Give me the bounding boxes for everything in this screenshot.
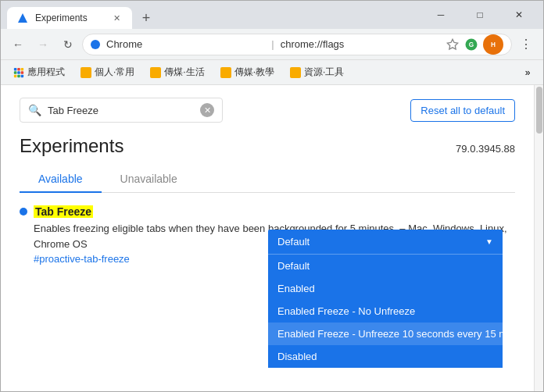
svg-text:H: H [491, 41, 496, 48]
search-input-wrap[interactable]: 🔍 Tab Freeze ✕ [20, 98, 223, 123]
svg-rect-13 [17, 74, 20, 77]
flag-dot [20, 208, 27, 216]
svg-rect-7 [17, 67, 20, 70]
search-bar: 🔍 Tab Freeze ✕ Reset all to default [20, 98, 515, 123]
tab-title: Experiments [35, 12, 104, 23]
svg-rect-12 [14, 74, 17, 77]
dropdown-option-no-unfreeze[interactable]: Enabled Freeze - No Unfreeze [268, 300, 503, 323]
dropdown-option-enabled[interactable]: Enabled [268, 277, 503, 300]
close-button[interactable]: ✕ [501, 4, 537, 26]
dropdown-arrow-icon: ▼ [485, 237, 493, 246]
dropdown-list: Default Enabled Enabled Freeze - No Unfr… [268, 254, 503, 368]
apps-grid-icon [13, 67, 24, 78]
address-icons: G H [446, 34, 503, 55]
scrollbar-thumb[interactable] [536, 87, 542, 134]
bookmark-media[interactable]: 傳煤·生活 [144, 62, 210, 82]
tab-available[interactable]: Available [20, 166, 102, 193]
flag-title-row: Tab Freeze [20, 205, 515, 218]
dropdown-option-disabled[interactable]: Disabled [268, 345, 503, 368]
dropdown-container: Default ▼ Default Enabled Enabled Freeze… [268, 230, 503, 368]
bookmark-apps[interactable]: 應用程式 [7, 62, 71, 82]
page-title: Experiments [20, 135, 123, 157]
minimize-button[interactable]: ─ [423, 4, 459, 26]
scrollbar-track[interactable] [534, 85, 543, 391]
more-button[interactable]: ⋮ [515, 34, 537, 55]
bookmark-teach-icon [220, 67, 231, 78]
address-divider: | [271, 38, 274, 50]
search-icon: 🔍 [28, 104, 41, 116]
dropdown-option-default[interactable]: Default [268, 255, 503, 277]
tab-unavailable[interactable]: Unavailable [102, 166, 196, 193]
grammarly-icon[interactable]: G [464, 37, 478, 52]
bookmark-personal[interactable]: 個人·常用 [74, 62, 141, 82]
tabs-row: Available Unavailable [20, 166, 515, 193]
address-url: chrome://flags [281, 38, 439, 50]
star-icon[interactable] [446, 37, 460, 52]
tab-favicon [16, 12, 29, 24]
bookmark-personal-icon [81, 67, 91, 78]
bookmarks-more-button[interactable]: » [518, 63, 537, 82]
page-content: 🔍 Tab Freeze ✕ Reset all to default Expe… [1, 85, 543, 391]
profile-icon[interactable]: H [483, 34, 503, 55]
address-bar[interactable]: Chrome | chrome://flags G [82, 34, 512, 55]
svg-marker-1 [447, 39, 457, 49]
nav-bar: ← → ↻ Chrome | chrome://flags G [1, 29, 543, 60]
svg-rect-14 [21, 74, 24, 77]
bookmark-resources-icon [290, 67, 301, 78]
svg-rect-6 [14, 67, 17, 70]
secure-icon [91, 40, 100, 49]
experiments-header: Experiments 79.0.3945.88 [20, 135, 515, 157]
forward-button[interactable]: → [32, 34, 54, 55]
maximize-button[interactable]: □ [462, 4, 498, 26]
refresh-button[interactable]: ↻ [57, 34, 79, 55]
flag-title: Tab Freeze [34, 205, 93, 218]
bookmarks-bar: 應用程式 個人·常用 傳煤·生活 傳媒·教學 資源·工具 » [1, 60, 543, 85]
bookmark-personal-label: 個人·常用 [95, 66, 134, 79]
bookmark-teach[interactable]: 傳媒·教學 [214, 62, 281, 82]
window-controls: ─ □ ✕ [423, 4, 537, 26]
dropdown-selected-label: Default [277, 236, 310, 248]
active-tab[interactable]: Experiments ✕ [7, 7, 132, 29]
bookmark-media-icon [150, 67, 161, 78]
tab-strip: Experiments ✕ + [7, 1, 423, 29]
bookmark-teach-label: 傳媒·教學 [234, 66, 274, 79]
svg-marker-0 [18, 13, 27, 23]
back-button[interactable]: ← [7, 34, 29, 55]
dropdown-option-unfreeze-15[interactable]: Enabled Freeze - Unfreeze 10 seconds eve… [268, 323, 503, 345]
main-area: 🔍 Tab Freeze ✕ Reset all to default Expe… [1, 85, 534, 391]
svg-text:G: G [469, 41, 474, 48]
address-brand: Chrome [106, 38, 265, 50]
browser-window: Experiments ✕ + ─ □ ✕ ← → ↻ Chrome | chr… [0, 0, 544, 392]
svg-rect-10 [17, 71, 20, 74]
svg-rect-9 [14, 71, 17, 74]
title-bar: Experiments ✕ + ─ □ ✕ [1, 1, 543, 29]
svg-rect-11 [21, 71, 24, 74]
bookmark-media-label: 傳煤·生活 [164, 66, 204, 79]
tab-close-button[interactable]: ✕ [110, 12, 123, 24]
bookmark-apps-label: 應用程式 [27, 66, 65, 79]
search-clear-button[interactable]: ✕ [200, 103, 214, 117]
new-tab-button[interactable]: + [135, 7, 157, 29]
bookmark-resources-label: 資源·工具 [304, 66, 344, 79]
version-number: 79.0.3945.88 [456, 143, 515, 155]
reset-all-button[interactable]: Reset all to default [410, 99, 515, 122]
dropdown-selected[interactable]: Default ▼ [268, 230, 503, 254]
svg-rect-8 [21, 67, 24, 70]
search-input[interactable]: Tab Freeze [48, 105, 194, 116]
bookmark-resources[interactable]: 資源·工具 [284, 62, 350, 82]
